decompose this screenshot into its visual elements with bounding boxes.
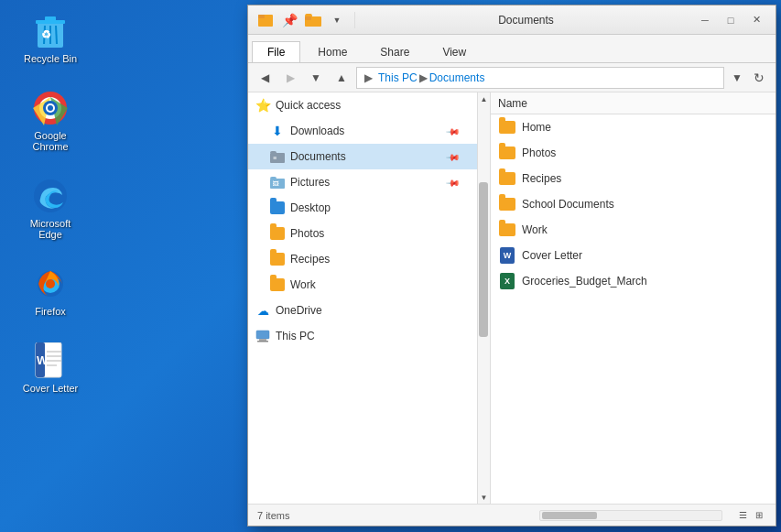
desktop-icon-recycle-bin[interactable]: ♻ Recycle Bin: [14, 9, 87, 68]
desktop-icon-list: ♻ Recycle Bin Google Chrome: [14, 9, 87, 397]
excel-icon: X: [500, 273, 515, 289]
title-bar-controls: ─ □ ✕: [693, 11, 768, 29]
recent-button[interactable]: ▼: [305, 67, 327, 89]
nav-item-photos[interactable]: Photos: [248, 221, 477, 246]
close-button[interactable]: ✕: [744, 11, 768, 29]
pin-indicator-downloads: 📌: [446, 124, 461, 138]
dropdown-icon[interactable]: ▼: [327, 10, 347, 30]
pin-indicator-pictures: 📌: [446, 175, 461, 190]
file-manager-icon: [255, 10, 276, 30]
nav-scroll-up-arrow[interactable]: ▲: [478, 92, 491, 105]
desktop: ♻ Recycle Bin Google Chrome: [0, 0, 781, 532]
forward-button[interactable]: ▶: [279, 67, 301, 89]
nav-scroll-down-arrow[interactable]: ▼: [478, 491, 491, 504]
address-this-pc: This PC: [378, 71, 418, 84]
documents-folder-icon: ≡: [270, 149, 285, 164]
content-label-groceries-budget: Groceries_Budget_March: [522, 275, 647, 288]
content-pane: ▲ Name Home Photos: [491, 92, 776, 504]
address-box[interactable]: ▶ This PC ▶ Documents: [356, 67, 724, 89]
tab-view[interactable]: View: [427, 41, 482, 62]
home-folder-icon: [498, 118, 516, 136]
nav-label-pictures: Pictures: [290, 176, 330, 189]
svg-rect-26: [305, 16, 311, 20]
back-button[interactable]: ◀: [254, 67, 276, 89]
cover-letter-content-icon: W: [498, 246, 516, 265]
address-documents: Documents: [429, 71, 485, 84]
nav-item-work[interactable]: Work: [248, 272, 477, 298]
nav-scroll-thumb[interactable]: [479, 182, 488, 336]
horizontal-scrollbar[interactable]: [539, 510, 722, 521]
main-area: ⭐ Quick access ⬇ Downloads 📌: [248, 92, 776, 504]
work-content-folder-icon: [498, 221, 516, 239]
work-folder-icon: [270, 277, 285, 292]
maximize-button[interactable]: □: [719, 11, 743, 29]
content-item-groceries-budget[interactable]: X Groceries_Budget_March: [491, 268, 776, 294]
nav-item-this-pc[interactable]: This PC: [248, 323, 477, 349]
chrome-label: Google Chrome: [17, 130, 83, 152]
tab-file[interactable]: File: [252, 41, 300, 62]
refresh-button[interactable]: ↻: [748, 67, 770, 89]
chrome-icon: [32, 90, 69, 126]
svg-rect-24: [258, 15, 265, 18]
recipes-folder-icon: [270, 252, 285, 266]
firefox-icon: [32, 266, 69, 302]
content-item-photos[interactable]: Photos: [491, 140, 776, 166]
photos-content-folder-icon: [498, 144, 516, 162]
nav-item-pictures[interactable]: 🖼 Pictures 📌: [248, 169, 477, 195]
content-item-home[interactable]: Home: [491, 114, 776, 140]
nav-item-desktop[interactable]: Desktop: [248, 195, 477, 221]
desktop-icon-firefox[interactable]: Firefox: [14, 262, 87, 320]
nav-item-documents[interactable]: ≡ Documents 📌: [248, 144, 477, 169]
svg-rect-31: [256, 331, 269, 339]
nav-label-desktop: Desktop: [290, 201, 331, 214]
content-item-cover-letter[interactable]: W Cover Letter: [491, 243, 776, 268]
desktop-icon-chrome[interactable]: Google Chrome: [14, 86, 87, 156]
content-label-work: Work: [522, 223, 548, 236]
minimize-button[interactable]: ─: [693, 11, 717, 29]
desktop-icon-edge[interactable]: Microsoft Edge: [14, 174, 87, 244]
nav-item-quick-access[interactable]: ⭐ Quick access: [248, 92, 477, 118]
tab-home[interactable]: Home: [302, 41, 363, 62]
nav-scroll-track[interactable]: [478, 105, 491, 491]
svg-line-5: [56, 26, 57, 44]
address-dropdown-button[interactable]: ▼: [728, 67, 746, 89]
pictures-folder-icon: 🖼: [270, 175, 285, 190]
title-bar: 📌 ▼ Documents ─ □ ✕: [248, 5, 776, 35]
edge-icon: [32, 178, 69, 214]
up-button[interactable]: ▲: [331, 67, 353, 89]
recipes-content-folder-icon: [498, 169, 516, 188]
nav-label-photos: Photos: [290, 227, 324, 240]
large-icons-button[interactable]: ⊞: [752, 508, 766, 523]
star-icon: ⭐: [255, 98, 270, 113]
address-sep: ▶: [419, 71, 428, 84]
title-bar-title: Documents: [364, 14, 688, 27]
title-bar-icons: 📌 ▼: [255, 10, 359, 30]
cover-letter-label: Cover Letter: [23, 383, 79, 394]
nav-label-downloads: Downloads: [290, 125, 344, 137]
desktop-icon-cover-letter[interactable]: W Cover Letter: [14, 339, 87, 397]
nav-item-downloads[interactable]: ⬇ Downloads 📌: [248, 118, 477, 144]
groceries-budget-icon: X: [498, 272, 516, 290]
nav-item-recipes[interactable]: Recipes: [248, 246, 477, 272]
nav-pane: ⭐ Quick access ⬇ Downloads 📌: [248, 92, 477, 504]
nav-scrollbar[interactable]: ▲ ▼: [477, 92, 490, 504]
pin-indicator-documents: 📌: [446, 149, 461, 164]
nav-item-onedrive[interactable]: ☁ OneDrive: [248, 298, 477, 323]
column-name-header[interactable]: Name: [498, 97, 768, 110]
content-label-school-documents: School Documents: [522, 198, 614, 211]
svg-text:♻: ♻: [41, 28, 51, 41]
content-label-home: Home: [522, 121, 551, 134]
details-view-button[interactable]: ☰: [735, 508, 750, 523]
ribbon: File Home Share View: [248, 35, 776, 63]
nav-label-recipes: Recipes: [290, 253, 330, 266]
school-folder-icon: [498, 195, 516, 213]
content-item-work[interactable]: Work: [491, 217, 776, 243]
tab-share[interactable]: Share: [364, 41, 425, 62]
pin-icon[interactable]: 📌: [279, 10, 299, 30]
svg-point-11: [48, 105, 53, 111]
content-item-school-documents[interactable]: School Documents: [491, 191, 776, 217]
svg-text:≡: ≡: [273, 155, 277, 161]
horizontal-scrollbar-thumb[interactable]: [542, 512, 597, 519]
content-item-recipes[interactable]: Recipes: [491, 166, 776, 191]
svg-rect-33: [257, 341, 268, 342]
